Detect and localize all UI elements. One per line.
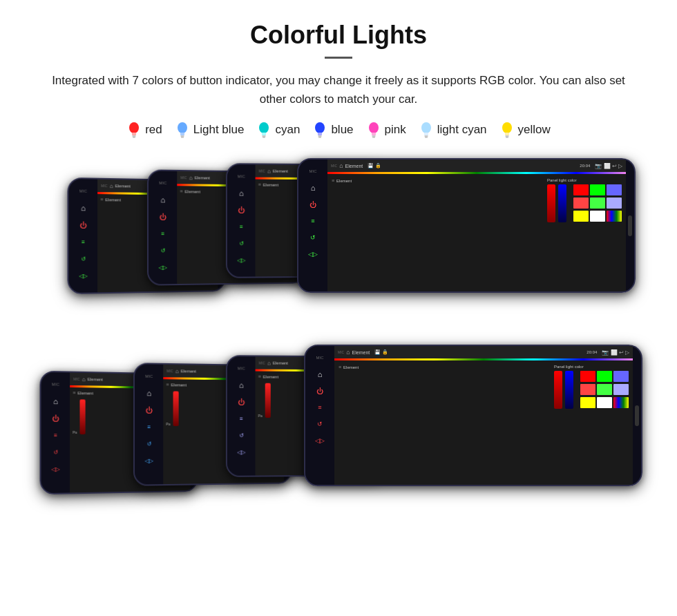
back-icon-2: ↺: [156, 244, 169, 257]
back-icon-b3: ↺: [235, 430, 247, 442]
color-item-cyan: cyan: [256, 121, 300, 139]
mic-icon-b1: MIC: [49, 378, 62, 392]
back-icon-bm: ↺: [314, 418, 326, 430]
mic-label-main-top: MIC: [331, 164, 337, 168]
svg-rect-14: [318, 135, 322, 137]
menu-b1: ≡: [73, 390, 75, 395]
title-divider: [325, 57, 352, 59]
panel-title-main-top: Panel light color: [547, 178, 622, 182]
color-item-yellow: yellow: [499, 121, 551, 139]
panel-title-bm: Panel light color: [554, 365, 629, 369]
home-icon-b1: ⌂: [49, 395, 62, 408]
blue-bulb-icon: [312, 121, 327, 139]
svg-rect-1: [132, 133, 136, 135]
element-header-main-top: Element: [345, 164, 363, 169]
svg-point-0: [129, 122, 139, 133]
svg-rect-6: [180, 135, 184, 137]
device-top-main: MIC ⌂ ⏻ ≡ ↺ ◁▷ MIC ⌂ Element 💾 🔒 20:04 📷…: [297, 158, 636, 293]
element-text-main-top: Element: [336, 179, 352, 183]
element-header-2: Element: [195, 176, 210, 180]
svg-rect-7: [181, 137, 184, 138]
menu-b2: ≡: [166, 383, 169, 387]
svg-point-16: [369, 122, 379, 133]
home-icon-3: ⌂: [235, 187, 247, 200]
menu-icon-bm: ≡: [314, 401, 326, 414]
svg-rect-25: [505, 133, 509, 135]
el-text-b1: Element: [77, 391, 93, 395]
menu-icon-3: ≡: [235, 220, 247, 233]
el-text-bm: Element: [343, 365, 359, 369]
mic-b2: MIC: [166, 369, 173, 373]
top-device-cluster: MIC ⌂ ⏻ ≡ ↺ ◁▷ MIC ⌂ Element: [28, 158, 649, 324]
back-icon-b2: ↺: [142, 438, 155, 450]
home-header-b3: ⌂: [267, 360, 271, 366]
svg-rect-23: [425, 137, 428, 138]
device-bottom-main: MIC ⌂ ⏻ ≡ ↺ ◁▷ MIC ⌂ Element 💾 🔒 20:04 📷…: [304, 345, 642, 486]
svg-rect-26: [505, 135, 508, 137]
menu-icon-b3: ≡: [235, 412, 247, 425]
time-display-main-top: 20:04: [580, 164, 590, 168]
el-header-b3: Element: [273, 361, 288, 365]
el-text-b2: Element: [171, 383, 187, 387]
vol-icon-b2: ◁▷: [142, 454, 155, 467]
power-icon-b1: ⏻: [49, 412, 62, 425]
element-header-3: Element: [273, 169, 288, 173]
power-icon-b3: ⏻: [235, 396, 247, 408]
mic-icon-b3: MIC: [235, 363, 247, 375]
element-text-1: Element: [105, 198, 120, 202]
svg-rect-2: [133, 135, 136, 137]
vol-icon-1: ◁▷: [77, 269, 90, 282]
color-label-red: red: [145, 123, 162, 137]
svg-rect-22: [424, 135, 428, 137]
menu-icon-1: ≡: [77, 235, 90, 248]
menu-icon-b2: ≡: [142, 421, 155, 433]
svg-rect-27: [506, 137, 508, 138]
pink-bulb-icon: [366, 121, 381, 139]
mic-icon-bm: MIC: [314, 352, 326, 364]
time-display-bm: 20:04: [587, 350, 597, 354]
save-bm: 💾 🔒: [374, 349, 388, 355]
home-icon-main-top: ⌂: [307, 182, 319, 194]
color-label-cyan: cyan: [275, 123, 300, 137]
home-header-3: ⌂: [267, 169, 271, 175]
menu-icon-main-top: ≡: [307, 215, 319, 227]
mic-label-1: MIC: [101, 184, 107, 188]
svg-point-24: [502, 122, 512, 133]
color-item-lightblue: Light blue: [175, 121, 245, 139]
svg-rect-15: [318, 137, 321, 138]
color-label-lightblue: Light blue: [193, 123, 245, 137]
home-header-bm: ⌂: [346, 349, 350, 356]
bottom-device-cluster: MIC ⌂ ⏻ ≡ ↺ ◁▷ MIC ⌂ Element 💾: [28, 345, 649, 524]
yellow-bulb-icon: [499, 121, 515, 139]
menu-item-icon-2: ≡: [180, 189, 182, 194]
svg-rect-5: [180, 133, 184, 135]
home-header-2: ⌂: [189, 175, 193, 181]
home-icon-1: ⌂: [77, 202, 90, 215]
element-text-2: Element: [185, 189, 200, 193]
back-icon-3: ↺: [235, 238, 247, 250]
mic-label-2: MIC: [180, 175, 187, 180]
vol-icon-main-top: ◁▷: [307, 248, 319, 260]
svg-point-8: [259, 122, 269, 133]
svg-point-20: [421, 122, 431, 133]
menu-icon-2: ≡: [156, 227, 169, 240]
menu-icon-b1: ≡: [49, 429, 62, 441]
element-text-3: Element: [263, 183, 278, 187]
red-bulb-icon: [126, 121, 142, 139]
description-text: Integrated with 7 colors of button indic…: [41, 71, 636, 108]
el-header-b1: Element: [88, 378, 103, 382]
power-icon-2: ⏻: [156, 211, 169, 223]
home-icon-bm: ⌂: [314, 368, 326, 381]
svg-point-4: [178, 122, 187, 133]
mic-b1: MIC: [73, 377, 79, 381]
menu-b3: ≡: [258, 374, 261, 379]
pa-label-b2: Pa: [166, 422, 170, 426]
svg-rect-13: [318, 133, 322, 135]
power-icon-main-top: ⏻: [307, 198, 319, 211]
vol-icon-3: ◁▷: [235, 254, 247, 267]
home-header-b2: ⌂: [175, 368, 179, 374]
lightblue-bulb-icon: [175, 121, 190, 139]
svg-rect-3: [133, 137, 135, 138]
el-header-bm: Element: [352, 350, 370, 355]
menu-item-icon-main-top: ≡: [332, 178, 334, 183]
